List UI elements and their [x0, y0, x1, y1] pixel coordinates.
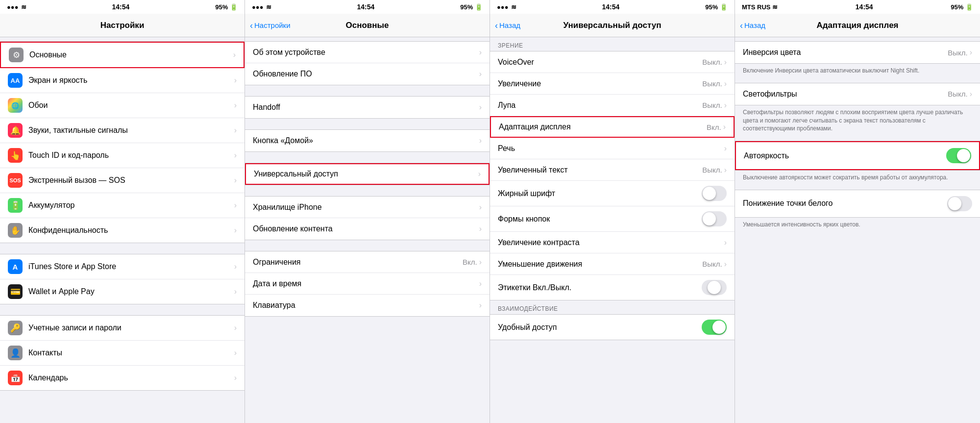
formy-label: Формы кнопок	[498, 215, 702, 224]
udobnyj-label: Удобный доступ	[498, 323, 702, 332]
ponizh-toggle[interactable]	[947, 196, 972, 211]
back-button-3[interactable]: ‹ Назад	[495, 21, 520, 30]
osnovnye-item[interactable]: ⚙ Основные ›	[0, 42, 245, 68]
oboi-item[interactable]: 🌐 Обои ›	[0, 93, 245, 118]
screen2-scroll: Об этом устройстве › Обновление ПО › Han…	[245, 37, 490, 423]
formy-item[interactable]: Формы кнопок	[490, 206, 735, 232]
ponizh-item[interactable]: Понижение точки белого	[735, 190, 980, 217]
avtoyarkost-toggle[interactable]	[946, 148, 971, 163]
interaction-group: Удобный доступ	[490, 314, 735, 340]
kontakty-item[interactable]: 👤 Контакты ›	[0, 341, 245, 366]
status-left-4: MTS RUS ≋	[742, 3, 778, 11]
obnovlenie-kont-item[interactable]: Обновление контента ›	[245, 218, 490, 240]
konfid-item[interactable]: ✋ Конфиденциальность ›	[0, 218, 245, 243]
wallet-right: ›	[234, 287, 237, 296]
chevron-right-icon: ›	[724, 101, 727, 110]
kontakty-right: ›	[234, 348, 237, 357]
aa-icon: AA	[8, 73, 23, 88]
ogranicheniya-item[interactable]: Ограничения Вкл. ›	[245, 251, 490, 273]
screen1: ●●● ≋ 14:54 95% 🔋 Настройки ⚙ Основные ›…	[0, 0, 245, 423]
uchet-item[interactable]: 🔑 Учетные записи и пароли ›	[0, 316, 245, 341]
lupa-item[interactable]: Лупа Выкл. ›	[490, 95, 735, 116]
ob-right: ›	[479, 48, 482, 57]
back-chevron-icon: ‹	[250, 21, 253, 30]
kontrast-item[interactable]: Увеличение контраста ›	[490, 232, 735, 253]
udobnyj-toggle[interactable]	[702, 320, 727, 335]
uvelichenie-label: Увеличение	[498, 79, 702, 88]
knopka-doma-item[interactable]: Кнопка «Домой» ›	[245, 130, 490, 151]
avtoyarkost-item[interactable]: Автояркость	[735, 141, 980, 170]
uvelichennyj-tekst-item[interactable]: Увеличенный текст Выкл. ›	[490, 159, 735, 181]
chevron-right-icon: ›	[233, 50, 236, 59]
ekstrenny-item[interactable]: SOS Экстренный вызов — SOS ›	[0, 168, 245, 193]
chevron-right-icon: ›	[234, 323, 237, 332]
chevron-right-icon: ›	[234, 126, 237, 135]
udobnyj-item[interactable]: Удобный доступ	[490, 315, 735, 340]
hranilische-item[interactable]: Хранилище iPhone ›	[245, 197, 490, 218]
back-button-2[interactable]: ‹ Настройки	[250, 21, 291, 30]
inversiya-item[interactable]: Инверсия цвета Выкл. ›	[735, 42, 980, 63]
zhirnyj-item[interactable]: Жирный шрифт	[490, 181, 735, 206]
akkum-item[interactable]: 🔋 Аккумулятор ›	[0, 193, 245, 218]
ob-ustrojstve-item[interactable]: Об этом устройстве ›	[245, 42, 490, 63]
univ-dostup-item[interactable]: Универсальный доступ ›	[245, 163, 490, 185]
back-label-3: Назад	[499, 21, 520, 29]
obnovlenie-po-label: Обновление ПО	[253, 70, 479, 78]
formy-toggle[interactable]	[702, 211, 727, 226]
itunes-item[interactable]: A iTunes Store и App Store ›	[0, 254, 245, 279]
akkum-label: Аккумулятор	[28, 201, 234, 210]
voiceover-item[interactable]: VoiceOver Выкл. ›	[490, 51, 735, 73]
data-vremya-item[interactable]: Дата и время ›	[245, 273, 490, 295]
umenshenie-value: Выкл.	[702, 260, 722, 268]
ekran-item[interactable]: AA Экран и яркость ›	[0, 68, 245, 93]
status-bar-1: ●●● ≋ 14:54 95% 🔋	[0, 0, 245, 14]
ogr-value: Вкл.	[463, 258, 477, 266]
oboi-right: ›	[234, 101, 237, 110]
inversiya-desc: Включение Инверсии цвета автоматически в…	[735, 64, 980, 79]
svetofiltry-item[interactable]: Светофильтры Выкл. ›	[735, 83, 980, 105]
back-button-4[interactable]: ‹ Назад	[740, 21, 765, 30]
adaptaciya-item[interactable]: Адаптация дисплея Вкл. ›	[490, 116, 735, 138]
uvelichenie-item[interactable]: Увеличение Выкл. ›	[490, 73, 735, 95]
touchid-item[interactable]: 👆 Touch ID и код-пароль ›	[0, 143, 245, 168]
sep1	[0, 243, 245, 254]
voiceover-right: Выкл. ›	[702, 58, 727, 67]
settings-group-3: 🔑 Учетные записи и пароли › 👤 Контакты ›…	[0, 315, 245, 391]
rech-item[interactable]: Речь ›	[490, 138, 735, 159]
osnovnye-label: Основные	[29, 50, 233, 59]
uchet-label: Учетные записи и пароли	[28, 323, 234, 332]
oboi-label: Обои	[28, 101, 234, 110]
etikety-right	[702, 280, 727, 295]
status-bar-2: ●●● ≋ 14:54 95% 🔋	[245, 0, 490, 14]
wallet-item[interactable]: 💳 Wallet и Apple Pay ›	[0, 279, 245, 304]
zvuki-item[interactable]: 🔔 Звуки, тактильные сигналы ›	[0, 118, 245, 143]
ponizh-label: Понижение точки белого	[743, 199, 947, 208]
etikety-item[interactable]: Этикетки Вкл./Выкл.	[490, 275, 735, 300]
touchid-right: ›	[234, 151, 237, 160]
handoff-item[interactable]: Handoff ›	[245, 97, 490, 118]
zhirnyj-right	[702, 186, 727, 201]
battery-3: 95% 🔋	[705, 3, 728, 11]
key-icon: 🔑	[8, 321, 23, 335]
etikety-toggle[interactable]	[702, 280, 727, 295]
klaviatura-item[interactable]: Клавиатура ›	[245, 295, 490, 316]
chevron-right-icon: ›	[234, 262, 237, 271]
ob-label: Об этом устройстве	[253, 48, 479, 57]
umenshenie-item[interactable]: Уменьшение движения Выкл. ›	[490, 253, 735, 275]
inversiya-label: Инверсия цвета	[743, 48, 948, 57]
chevron-right-icon: ›	[479, 103, 482, 112]
uvelichenie-value: Выкл.	[702, 79, 722, 88]
ogr-right: Вкл. ›	[463, 258, 482, 267]
chevron-right-icon: ›	[479, 48, 482, 57]
chevron-right-icon: ›	[234, 176, 237, 185]
zhirnyj-toggle[interactable]	[702, 186, 727, 201]
kontrast-label: Увеличение контраста	[498, 238, 724, 247]
kalendar-item[interactable]: 📅 Календарь ›	[0, 366, 245, 390]
ekran-label: Экран и яркость	[28, 76, 234, 85]
svetofiltry-desc: Светофильтры позволяют людям с плохим во…	[735, 105, 980, 137]
s4-group2: Светофильтры Выкл. ›	[735, 83, 980, 105]
vision-section-label: ЗРЕНИЕ	[490, 37, 735, 51]
interaction-section-label: ВЗАИМОДЕЙСТВИЕ	[490, 300, 735, 314]
chevron-right-icon: ›	[479, 258, 482, 267]
obnovlenie-po-item[interactable]: Обновление ПО ›	[245, 63, 490, 85]
